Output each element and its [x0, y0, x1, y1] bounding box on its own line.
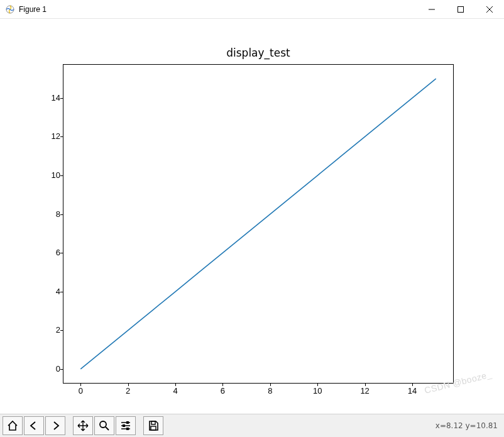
plot-canvas[interactable]: display_test 02468101214 02468101214 CSD…: [0, 19, 504, 414]
x-tick-label: 4: [166, 386, 185, 396]
y-tick-mark: [60, 98, 63, 99]
chart-title: display_test: [63, 47, 454, 59]
svg-rect-2: [458, 6, 464, 12]
close-button[interactable]: [475, 0, 504, 19]
svg-rect-8: [126, 421, 129, 424]
forward-button[interactable]: [45, 416, 65, 435]
y-tick-label: 8: [35, 209, 60, 219]
x-tick-label: 2: [119, 386, 138, 396]
x-tick-label: 10: [308, 386, 327, 396]
pan-button[interactable]: [73, 416, 93, 435]
svg-line-6: [106, 427, 109, 430]
x-tick-label: 8: [261, 386, 280, 396]
svg-rect-14: [151, 426, 156, 430]
y-tick-mark: [60, 253, 63, 253]
cursor-coord: x=8.12 y=10.81: [436, 421, 501, 430]
x-tick-mark: [317, 384, 318, 386]
y-tick-label: 6: [35, 248, 60, 257]
y-tick-label: 0: [35, 364, 60, 373]
y-tick-label: 12: [35, 131, 60, 141]
back-button[interactable]: [24, 416, 44, 435]
y-tick-mark: [60, 330, 63, 331]
x-tick-label: 6: [213, 386, 232, 396]
nav-toolbar: x=8.12 y=10.81: [0, 414, 504, 437]
x-tick-mark: [412, 384, 413, 386]
line-series-0: [63, 64, 454, 384]
y-tick-mark: [60, 292, 63, 292]
y-tick-label: 4: [35, 287, 60, 296]
x-tick-mark: [365, 384, 366, 386]
subplots-button[interactable]: [116, 416, 136, 435]
x-tick-mark: [128, 384, 129, 386]
x-tick-label: 12: [356, 386, 375, 396]
app-icon: [5, 4, 15, 14]
svg-rect-10: [123, 424, 125, 427]
svg-rect-12: [126, 428, 129, 430]
y-tick-mark: [60, 175, 63, 176]
y-tick-mark: [60, 136, 63, 137]
save-button[interactable]: [143, 416, 163, 435]
y-tick-label: 2: [35, 325, 60, 335]
maximize-button[interactable]: [446, 0, 475, 19]
minimize-button[interactable]: [417, 0, 446, 19]
x-tick-label: 0: [71, 386, 90, 396]
x-tick-mark: [80, 384, 81, 386]
y-tick-mark: [60, 214, 63, 215]
x-tick-mark: [222, 384, 223, 386]
y-tick-mark: [60, 369, 63, 370]
x-tick-mark: [175, 384, 176, 386]
home-button[interactable]: [3, 416, 23, 435]
y-tick-label: 10: [35, 170, 60, 180]
x-tick-label: 14: [403, 386, 422, 396]
svg-point-5: [100, 421, 106, 428]
figure-window: Figure 1 display_test 02468101214 024681…: [0, 0, 504, 437]
y-tick-label: 14: [35, 93, 60, 102]
titlebar: Figure 1: [0, 0, 504, 19]
window-title: Figure 1: [19, 5, 47, 14]
x-tick-mark: [270, 384, 271, 386]
zoom-button[interactable]: [94, 416, 114, 435]
